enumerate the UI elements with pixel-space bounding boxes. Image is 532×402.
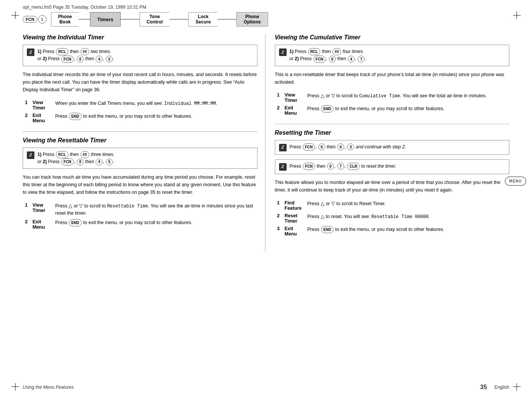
- step-num-c2: 2: [275, 104, 282, 117]
- step-num-rt2: 2: [275, 212, 282, 225]
- fcn-btn-5: FCN: [303, 163, 315, 170]
- fcn-btn-4: FCN: [303, 143, 315, 151]
- divider-1: [23, 131, 257, 132]
- language-label: English: [495, 385, 509, 390]
- resetting-timer-desc: This feature allows you to monitor elaps…: [275, 179, 510, 194]
- resetting-timer-header: Resetting the Timer: [275, 129, 510, 136]
- step-num-rt1: 1: [275, 199, 282, 212]
- divider-2: [275, 124, 510, 124]
- step-row: 1 ViewTimer When you enter the Call Time…: [23, 99, 257, 112]
- step-label-exit: ExitMenu: [30, 112, 53, 125]
- resetting-note2-text: Press FCN then 0, 7, CLR to reset the ti…: [290, 164, 397, 169]
- connector-1: [79, 19, 90, 20]
- tab-lock-secure[interactable]: Lock Secure: [188, 12, 217, 26]
- seven-btn-1: 7: [358, 56, 364, 62]
- end-btn-4: END: [321, 226, 333, 233]
- step-desc-rt2: Press △ to reset. You will see: Resettab…: [305, 212, 510, 225]
- zero-btn-4: 0: [318, 143, 325, 150]
- step-desc-2: Press END to exit the menu, or you may s…: [53, 112, 257, 125]
- note-icon-4: Z: [279, 144, 287, 151]
- four-btn-2: 4: [96, 159, 102, 165]
- tab-phone-book-line1: Phone: [58, 14, 72, 19]
- nav-bar: FCN 1 Phone Book Timers Tone Control Loc…: [23, 12, 509, 26]
- fcn-button[interactable]: FCN: [23, 16, 37, 23]
- note-icon-5: Z: [279, 163, 287, 171]
- zero-btn-1: 0: [77, 56, 84, 62]
- step-desc-rt3: Press END to exit the menu, or you may s…: [305, 225, 510, 238]
- seven-btn-2: 7: [337, 163, 344, 170]
- step-desc-r1: Press △ or ▽ to scroll to Resettable Tim…: [53, 201, 257, 218]
- cumulative-timer-steps: 1 ViewTimer Press △ or ▽ to scroll to Cu…: [275, 91, 510, 117]
- step-row: 2 ResetTimer Press △ to reset. You will …: [275, 212, 510, 225]
- resetting-note1-content: Press FCN, 0 then 4, 3 and continue with…: [290, 143, 506, 151]
- header-text: opt_menu.fm5 Page 35 Tuesday, October 19…: [23, 5, 146, 10]
- individual-timer-header: Viewing the Individual Timer: [23, 34, 257, 41]
- step-row: 1 ViewTimer Press △ or ▽ to scroll to Cu…: [275, 91, 510, 104]
- resettable-timer-note-content: 1) Press RCL then ## three times. or 2) …: [37, 151, 253, 166]
- step-label-r-view: ViewTimer: [30, 201, 53, 218]
- tab-phone-book[interactable]: Phone Book: [51, 12, 79, 26]
- hash-btn-3: ##: [332, 48, 341, 55]
- five-btn-1: 5: [106, 56, 113, 62]
- step-desc-c1: Press △ or ▽ to scroll to Cumulative Tim…: [305, 91, 510, 104]
- end-btn-2: END: [69, 219, 81, 226]
- resettable-timer-note: Z 1) Press RCL then ## three times. or 2…: [23, 148, 257, 169]
- resetting-note2-content: Press FCN then 0, 7, CLR to reset the ti…: [290, 163, 506, 170]
- cumulative-note-line2: or 2) Press FCN, 0 then 4, 7.: [290, 55, 506, 62]
- five-btn-2: 5: [106, 159, 113, 165]
- cumulative-timer-note: Z 1) Press RCL then ## four times. or 2)…: [275, 45, 510, 66]
- cumulative-timer-header: Viewing the Cumulative Timer: [275, 34, 510, 41]
- rcl-btn-3: RCL: [308, 48, 321, 55]
- num1-button[interactable]: 1: [38, 15, 47, 23]
- individual-note-line2: or 2) Press FCN, 0 then 4, 5.: [37, 55, 253, 62]
- page-number: 35: [480, 384, 487, 391]
- tab-options-line1: Phone: [245, 14, 259, 19]
- resetting-timer-note1: Z Press FCN, 0 then 4, 3 and continue wi…: [275, 140, 510, 155]
- nav-tabs: Phone Book Timers Tone Control Lock Secu…: [51, 12, 509, 26]
- step-row: 2 ExitMenu Press END to exit the menu, o…: [275, 104, 510, 117]
- tab-phone-options[interactable]: Phone Options: [236, 12, 268, 26]
- menu-button[interactable]: MENU: [505, 176, 526, 186]
- step-label-reset: ResetTimer: [282, 212, 305, 225]
- step-desc-1: When you enter the Call Timers menu, you…: [53, 99, 257, 112]
- rcl-btn-2: RCL: [56, 151, 68, 158]
- individual-timer-note-content: 1) Press RCL then ## two times. or 2) Pr…: [37, 48, 253, 63]
- fcn-label: FCN: [26, 17, 34, 22]
- hash-btn-1: ##: [81, 48, 89, 55]
- tab-tone-control[interactable]: Tone Control: [140, 12, 170, 26]
- rcl-btn: RCL: [56, 48, 68, 55]
- end-btn-1: END: [69, 113, 81, 120]
- step-label-rt-exit: ExitMenu: [282, 225, 305, 238]
- step-row: 2 ExitMenu Press END to exit the menu, o…: [23, 112, 257, 125]
- step-desc-r2: Press END to exit the menu, or you may s…: [53, 218, 257, 231]
- connector-2: [121, 19, 140, 20]
- crosshair-top-right: [509, 11, 521, 23]
- tab-timers-label: Timers: [97, 17, 113, 22]
- zero-btn-3: 0: [329, 56, 336, 62]
- page-footer: Using the Menu Features 35 English: [0, 384, 532, 391]
- cumulative-timer-desc: This is a non-resettable timer that keep…: [275, 71, 510, 86]
- tab-lock-line1: Lock: [198, 14, 208, 19]
- tab-tone-line2: Control: [147, 19, 163, 25]
- tab-phone-book-line2: Book: [59, 19, 71, 25]
- step-label-find: FindFeature: [282, 199, 305, 212]
- fcn-btn-3: FCN: [313, 56, 326, 63]
- resettable-timer-header: Viewing the Resettable Timer: [23, 137, 257, 144]
- footer-left-text: Using the Menu Features: [23, 385, 74, 390]
- zero-btn-2: 0: [77, 159, 84, 165]
- four-btn-3: 4: [348, 56, 355, 62]
- step-num-rt3: 3: [275, 225, 282, 238]
- step-row: 1 FindFeature Press △ or ▽ to scroll to …: [275, 199, 510, 212]
- step-num-c1: 1: [275, 91, 282, 104]
- tab-timers[interactable]: Timers: [90, 12, 120, 26]
- tab-tone-line1: Tone: [149, 14, 160, 19]
- note-icon-1: Z: [27, 48, 34, 56]
- step-row: 3 ExitMenu Press END to exit the menu, o…: [275, 225, 510, 238]
- step-row: 2 ExitMenu Press END to exit the menu, o…: [23, 218, 257, 231]
- four-btn-1: 4: [96, 56, 102, 62]
- individual-timer-desc: The individual timer records the air-tim…: [23, 71, 257, 93]
- individual-note-line1: 1) Press RCL then ## two times.: [37, 48, 253, 55]
- step-label-view: ViewTimer: [30, 99, 53, 112]
- step-num-2: 2: [23, 112, 30, 125]
- individual-timer-steps: 1 ViewTimer When you enter the Call Time…: [23, 99, 257, 125]
